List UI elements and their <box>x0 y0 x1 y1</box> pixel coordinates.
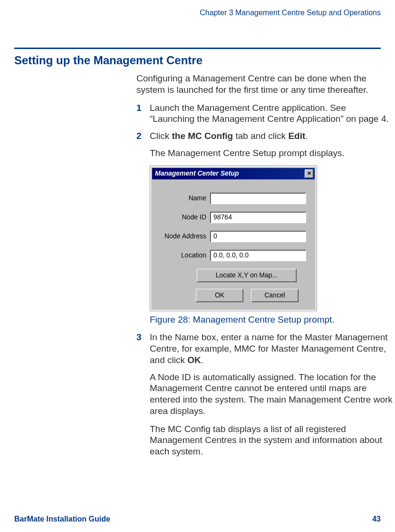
step-2-after: The Management Centre Setup prompt displ… <box>150 148 393 159</box>
nodeid-label: Node ID <box>159 213 210 222</box>
step-3-after-2: The MC Config tab displays a list of all… <box>150 424 393 457</box>
dialog-titlebar: Management Center Setup ✕ <box>152 168 315 179</box>
location-field[interactable]: 0.0, 0.0, 0.0 <box>210 250 306 261</box>
step-number: 1 <box>136 102 150 125</box>
dialog-title: Management Center Setup <box>155 169 305 178</box>
step-text: Launch the Management Centre application… <box>150 102 393 125</box>
nodeaddr-field[interactable]: 0 <box>210 231 306 242</box>
dialog-screenshot: Management Center Setup ✕ Name Node ID 9… <box>150 166 317 311</box>
step-3: 3 In the Name box, enter a name for the … <box>136 332 393 365</box>
page-number: 43 <box>372 515 381 523</box>
close-icon[interactable]: ✕ <box>305 169 313 178</box>
name-label: Name <box>159 194 210 203</box>
step-3-after-1: A Node ID is automatically assigned. The… <box>150 372 393 417</box>
step-1: 1 Launch the Management Centre applicati… <box>136 102 393 125</box>
name-field[interactable] <box>210 193 306 204</box>
step-number: 3 <box>136 332 150 365</box>
nodeaddr-label: Node Address <box>159 232 210 241</box>
nodeid-field[interactable]: 98764 <box>210 212 306 223</box>
ok-button[interactable]: OK <box>196 289 243 302</box>
step-text: Click the MC Config tab and click Edit. <box>150 130 393 142</box>
section-title: Setting up the Management Centre <box>14 54 381 67</box>
intro-text: Configuring a Management Centre can be d… <box>136 73 393 96</box>
chapter-header: Chapter 3 Management Centre Setup and Op… <box>14 7 381 17</box>
location-label: Location <box>159 251 210 260</box>
figure-caption: Figure 28: Management Centre Setup promp… <box>150 314 393 325</box>
cancel-button[interactable]: Cancel <box>251 289 299 302</box>
locate-button[interactable]: Locate X,Y on Map... <box>197 269 297 282</box>
page-footer: BarMate Installation Guide 43 <box>14 515 381 523</box>
step-text: In the Name box, enter a name for the Ma… <box>150 332 393 365</box>
step-number: 2 <box>136 130 150 142</box>
footer-left: BarMate Installation Guide <box>14 515 110 523</box>
step-2: 2 Click the MC Config tab and click Edit… <box>136 130 393 142</box>
